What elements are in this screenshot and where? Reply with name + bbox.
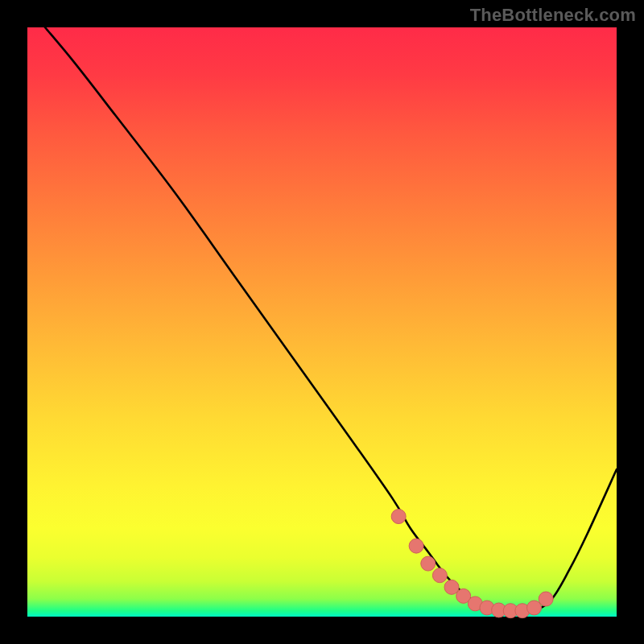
chart-frame: TheBottleneck.com bbox=[0, 0, 644, 644]
highlight-marker bbox=[527, 601, 542, 615]
highlight-marker bbox=[421, 556, 436, 571]
plot-area bbox=[27, 27, 617, 617]
watermark-text: TheBottleneck.com bbox=[470, 5, 636, 26]
highlight-marker bbox=[444, 580, 459, 594]
highlight-marker bbox=[391, 510, 406, 524]
curve-svg bbox=[27, 27, 617, 617]
bottleneck-curve-path bbox=[45, 27, 617, 612]
highlight-marker bbox=[432, 568, 447, 583]
highlight-marker bbox=[539, 592, 553, 606]
highlight-marker bbox=[409, 539, 423, 553]
highlight-markers bbox=[391, 510, 553, 618]
